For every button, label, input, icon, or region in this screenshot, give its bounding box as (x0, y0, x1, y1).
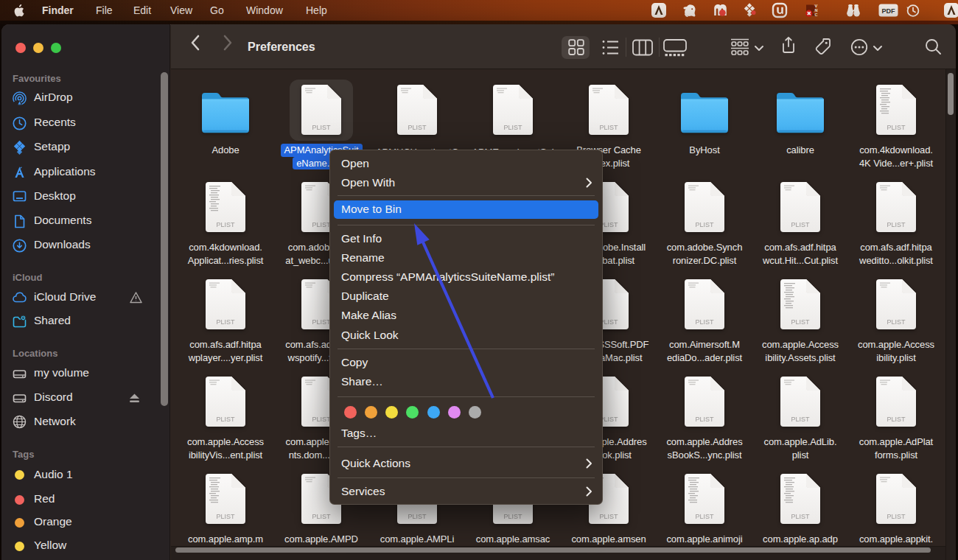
svg-text:C: C (815, 13, 818, 17)
svg-text:PDF: PDF (882, 7, 896, 15)
